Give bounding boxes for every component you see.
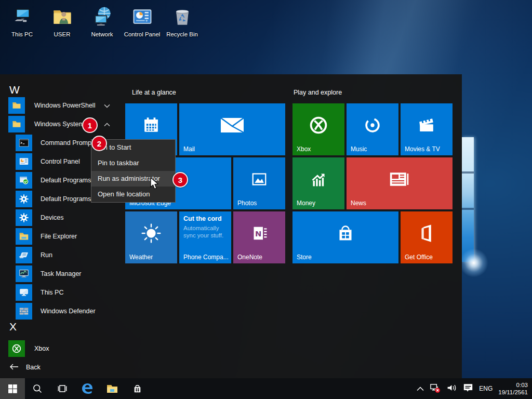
tile-money[interactable]: Money xyxy=(292,157,344,209)
tile-label: OneNote xyxy=(237,254,262,261)
this-pc-icon xyxy=(10,5,34,29)
photos-icon xyxy=(248,168,270,192)
language-indicator[interactable]: ENG xyxy=(479,385,493,392)
taskbar-edge-button[interactable] xyxy=(75,378,100,399)
file-explorer-icon xyxy=(106,382,118,395)
tile-label: Phone Compa... xyxy=(183,254,229,261)
annotation-step-1: 1 xyxy=(82,117,98,133)
app-group-header-w: W xyxy=(9,84,20,96)
desktop-icon-network[interactable]: Network xyxy=(82,3,122,37)
desktop-icon-label: This PC xyxy=(11,31,33,37)
taskbar-task-view-button[interactable] xyxy=(50,378,75,399)
chevron-down-icon xyxy=(104,101,110,110)
tile-label: Mail xyxy=(183,145,195,153)
start-item-run[interactable]: Run xyxy=(0,246,125,264)
app-group-header-x: X xyxy=(9,321,17,333)
start-item-label: Task Manager xyxy=(41,270,82,277)
tile-get-office[interactable]: Get Office xyxy=(401,211,453,263)
desktop-icon-row: This PC USER Network Control Panel Recyc… xyxy=(2,3,202,37)
tile-photos[interactable]: Photos xyxy=(233,157,285,209)
taskbar-store-button[interactable] xyxy=(125,378,150,399)
xbox-icon xyxy=(307,113,330,139)
annotation-step-2: 2 xyxy=(91,136,107,151)
control-panel-icon xyxy=(130,5,154,29)
start-button[interactable] xyxy=(0,378,25,399)
tile-phone-companion[interactable]: Cut the cord Automatically sync your stu… xyxy=(179,211,231,263)
start-item-label: Devices xyxy=(41,214,63,221)
xbox-icon xyxy=(8,340,25,357)
network-icon xyxy=(90,5,114,29)
desktop-icon-control-panel[interactable]: Control Panel xyxy=(122,3,162,37)
taskbar-search-button[interactable] xyxy=(25,378,50,399)
windows-desktop: This PC USER Network Control Panel Recyc… xyxy=(0,0,532,399)
start-item-xbox[interactable]: Xbox xyxy=(0,339,125,358)
start-item-windows-system[interactable]: Windows System xyxy=(0,115,125,134)
tile-live-title: Cut the cord xyxy=(183,215,222,222)
run-icon xyxy=(16,247,32,263)
menu-item-run-as-administrator[interactable]: Run as administrator xyxy=(91,171,175,187)
menu-item-open-file-location[interactable]: Open file location xyxy=(91,187,175,202)
tile-group-header-life: Life at a glance xyxy=(132,89,176,96)
tile-store[interactable]: Store xyxy=(292,211,398,263)
desktop-icon-recycle-bin[interactable]: Recycle Bin xyxy=(162,3,202,37)
tile-music[interactable]: Music xyxy=(347,103,398,155)
store-bag-icon xyxy=(334,221,357,247)
taskbar-clock[interactable]: 0:03 19/11/2561 xyxy=(498,381,530,396)
tile-onenote[interactable]: N OneNote xyxy=(233,211,285,263)
start-item-label: Default Programs xyxy=(41,177,91,184)
menu-item-pin-to-taskbar[interactable]: Pin to taskbar xyxy=(91,155,175,171)
taskbar-file-explorer-button[interactable] xyxy=(100,378,125,399)
clock-date: 19/11/2561 xyxy=(498,389,528,395)
start-menu: W Windows PowerShell Windows System Comm… xyxy=(0,74,462,378)
annotation-step-3: 3 xyxy=(172,172,188,188)
start-item-windows-defender[interactable]: Windows Defender xyxy=(0,302,125,321)
recycle-bin-icon xyxy=(170,5,194,29)
folder-icon xyxy=(8,116,25,132)
back-label: Back xyxy=(26,364,41,371)
start-item-devices[interactable]: Devices xyxy=(0,208,125,227)
search-icon xyxy=(32,383,43,394)
desktop-icon-user-folder[interactable]: USER xyxy=(42,3,82,37)
command-prompt-icon xyxy=(16,135,32,151)
action-center-icon[interactable] xyxy=(463,383,473,395)
folder-icon xyxy=(16,228,32,245)
volume-icon[interactable] xyxy=(446,383,457,395)
desktop-icon-label: USER xyxy=(54,31,71,37)
start-item-task-manager[interactable]: Task Manager xyxy=(0,264,125,283)
office-icon xyxy=(416,222,437,246)
start-back-button[interactable]: Back xyxy=(0,358,125,377)
start-app-list: Windows PowerShell Windows System Comman… xyxy=(0,96,125,321)
start-item-this-pc[interactable]: This PC xyxy=(0,283,125,302)
desktop-icon-this-pc[interactable]: This PC xyxy=(2,3,42,37)
movies-clapper-icon xyxy=(415,114,438,139)
wallpaper-flare xyxy=(459,248,488,277)
start-item-label: File Explorer xyxy=(41,233,77,240)
start-item-file-explorer[interactable]: File Explorer xyxy=(0,227,125,246)
tile-label: Xbox xyxy=(297,145,311,153)
start-item-label: Windows PowerShell xyxy=(34,102,95,109)
music-disc-icon xyxy=(361,114,384,139)
start-item-label: Default Programs xyxy=(41,195,91,203)
tile-label: Music xyxy=(351,145,367,153)
calendar-icon xyxy=(140,114,163,139)
tile-weather[interactable]: Weather xyxy=(125,211,177,263)
tile-movies-tv[interactable]: Movies & TV xyxy=(401,103,453,155)
tile-label: Store xyxy=(297,254,312,261)
tile-group-header-play: Play and explore xyxy=(294,89,342,96)
start-item-windows-powershell[interactable]: Windows PowerShell xyxy=(0,96,125,115)
tile-xbox[interactable]: Xbox xyxy=(292,103,344,155)
tile-news[interactable]: News xyxy=(347,157,453,209)
tile-live-subtitle: Automatically sync your stuff. xyxy=(183,224,227,239)
money-chart-icon xyxy=(307,167,330,193)
tile-label: News xyxy=(351,200,366,207)
task-manager-icon xyxy=(16,265,32,282)
network-status-icon[interactable] xyxy=(430,382,441,395)
desktop-icon-label: Recycle Bin xyxy=(166,31,198,37)
mouse-cursor xyxy=(150,177,159,193)
weather-sun-icon xyxy=(139,221,163,247)
show-hidden-icons-chevron[interactable] xyxy=(417,384,424,393)
tile-mail[interactable]: Mail xyxy=(179,103,285,155)
windows-logo-icon xyxy=(8,384,17,393)
chevron-up-icon xyxy=(104,119,110,129)
start-item-label: Windows Defender xyxy=(41,308,96,315)
